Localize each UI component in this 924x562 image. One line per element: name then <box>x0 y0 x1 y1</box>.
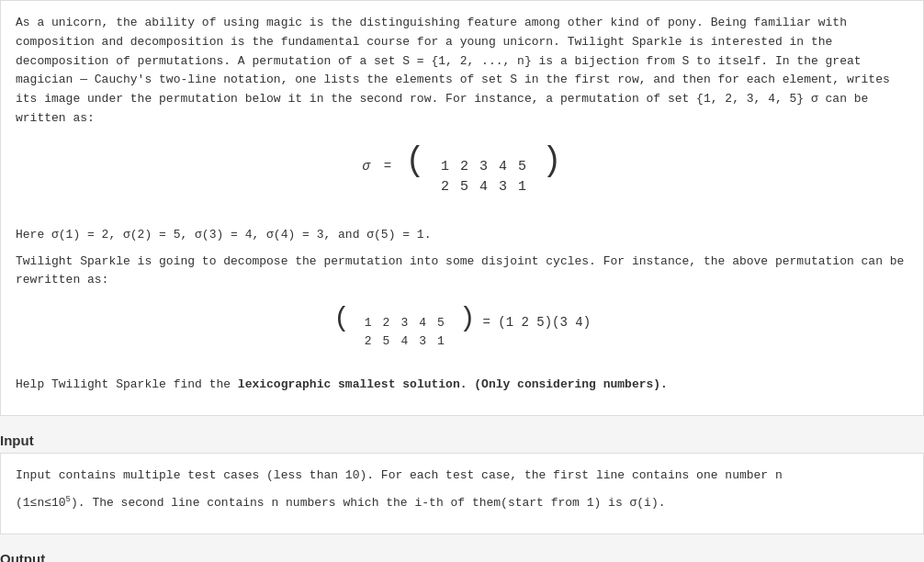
input-line-2-start: (1≤n≤10 <box>16 496 66 510</box>
help-text-before: Help Twilight Sparkle find the <box>16 377 238 391</box>
matrix-row-1-bottom: 2 5 4 3 1 <box>441 177 526 198</box>
matrix-2: 1 2 3 4 5 2 5 4 3 1 <box>357 312 452 352</box>
left-paren-2: ( <box>333 303 350 334</box>
input-line-2: (1≤n≤105). The second line contains n nu… <box>16 493 908 513</box>
right-paren-1: ) <box>542 142 562 180</box>
input-section-header: Input <box>0 427 924 453</box>
left-paren-1: ( <box>405 142 425 180</box>
input-line-2-end: ). The second line contains n numbers wh… <box>71 496 666 510</box>
matrix-row-2-bottom: 2 5 4 3 1 <box>365 332 445 351</box>
input-box: Input contains multiple test cases (less… <box>0 453 924 534</box>
problem-statement-box: As a unicorn, the ability of using magic… <box>0 0 924 416</box>
cycle-explanation: Here σ(1) = 2, σ(2) = 5, σ(3) = 4, σ(4) … <box>16 226 908 245</box>
cycle-result: = (1 2 5)(3 4) <box>482 315 591 330</box>
sigma-symbol: σ <box>362 159 369 174</box>
intro-paragraph: As a unicorn, the ability of using magic… <box>16 14 908 129</box>
output-label: Output <box>0 545 45 562</box>
equals-sign: = <box>384 159 391 174</box>
matrix-1: 1 2 3 4 5 2 5 4 3 1 <box>434 155 534 200</box>
formula-sigma: σ = ( 1 2 3 4 5 2 5 4 3 1 ) <box>16 145 908 200</box>
matrix-row-1-top: 1 2 3 4 5 <box>441 157 526 178</box>
right-paren-2: ) <box>459 303 476 334</box>
output-section-header: Output <box>0 545 924 562</box>
input-label: Input <box>0 427 34 454</box>
help-text-bold: lexicographic smallest solution. (Only c… <box>238 377 668 391</box>
help-text: Help Twilight Sparkle find the lexicogra… <box>16 376 908 395</box>
input-line-1: Input contains multiple test cases (less… <box>16 466 908 486</box>
decompose-text: Twilight Sparkle is going to decompose t… <box>16 253 908 291</box>
formula-cycle: ( 1 2 3 4 5 2 5 4 3 1 ) = (1 2 5)(3 4) <box>16 305 908 352</box>
matrix-row-2-top: 1 2 3 4 5 <box>365 314 445 332</box>
